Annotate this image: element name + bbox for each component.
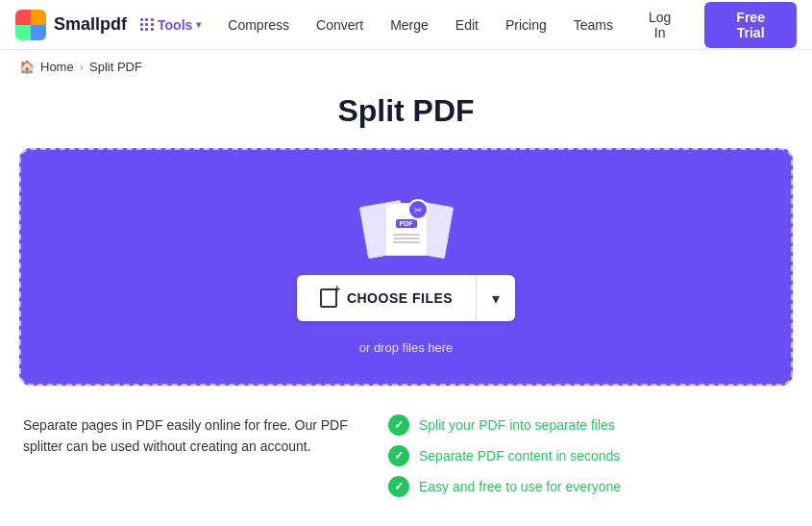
check-icon-1 [388,414,409,436]
features-list: Split your PDF into separate files Separ… [388,414,789,497]
login-button[interactable]: Log In [627,4,693,46]
nav-edit[interactable]: Edit [442,0,492,50]
nav-teams[interactable]: Teams [560,0,627,50]
pdf-lines [393,232,420,245]
feature-item-1: Split your PDF into separate files [388,414,789,436]
pdf-doc-front: PDF ✂ [385,203,428,256]
nav-convert[interactable]: Convert [303,0,377,50]
choose-files-label: CHOOSE FILES [347,290,453,306]
feature-item-2: Separate PDF content in seconds [388,445,789,466]
feature-item-3: Easy and free to use for everyone [388,476,789,497]
free-trial-button[interactable]: Free Trial [704,2,797,48]
feature-text-3: Easy and free to use for everyone [419,479,621,494]
pdf-illustration: PDF ✂ [363,188,450,256]
main-content: Split PDF PDF ✂ CHOOSE FILES [0,84,812,526]
breadcrumb: 🏠 Home › Split PDF [0,50,812,84]
nav-compress[interactable]: Compress [214,0,303,50]
chevron-down-icon: ▾ [492,290,500,307]
logo-text: Smallpdf [54,14,127,35]
choose-files-dropdown-button[interactable]: ▾ [477,275,515,321]
breadcrumb-separator: › [80,60,84,74]
page-title: Split PDF [19,93,793,129]
logo-area: Smallpdf [15,10,127,40]
choose-files-button[interactable]: CHOOSE FILES [297,275,476,321]
bottom-section: Separate pages in PDF easily online for … [19,414,793,497]
check-icon-3 [388,476,409,497]
description-text: Separate pages in PDF easily online for … [23,414,350,497]
drop-zone[interactable]: PDF ✂ CHOOSE FILES ▾ or drop files here [19,148,793,386]
file-upload-icon [320,288,337,308]
check-icon-2 [388,445,409,466]
chevron-down-icon: ▾ [196,19,201,30]
feature-text-1: Split your PDF into separate files [419,417,615,433]
drop-hint: or drop files here [359,340,454,355]
feature-text-2: Separate PDF content in seconds [419,448,620,463]
home-icon: 🏠 [19,60,35,74]
breadcrumb-home[interactable]: Home [40,60,74,74]
logo-icon [15,10,46,40]
tools-label: Tools [158,17,192,33]
nav-merge[interactable]: Merge [377,0,442,50]
choose-files-row: CHOOSE FILES ▾ [297,275,515,321]
nav-pricing[interactable]: Pricing [492,0,560,50]
breadcrumb-current: Split PDF [89,60,142,74]
pdf-label-text: PDF [396,219,417,228]
pdf-split-icon: ✂ [407,199,429,220]
header: Smallpdf Tools ▾ Compress Convert Merge … [0,0,812,50]
main-nav: Compress Convert Merge Edit Pricing Team… [214,0,627,50]
tools-menu-button[interactable]: Tools ▾ [131,12,210,38]
header-right: Log In Free Trial [627,2,797,48]
tools-grid-icon [140,18,154,31]
